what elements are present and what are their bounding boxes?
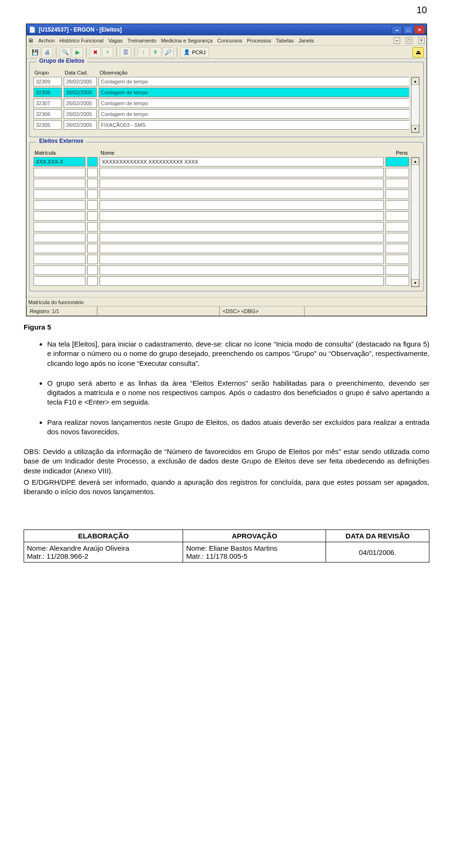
cell-pens[interactable] <box>386 276 409 286</box>
cell-pens[interactable] <box>386 255 409 264</box>
menu-tabelas[interactable]: Tabelas <box>276 38 294 43</box>
cell-nome[interactable] <box>100 211 384 221</box>
window-maximize-button[interactable]: □ <box>403 25 413 34</box>
table-row[interactable] <box>34 179 409 188</box>
menu-treinamento[interactable]: Treinamento <box>127 38 156 43</box>
cell-pens[interactable] <box>386 157 409 166</box>
cell-nome[interactable] <box>100 190 384 199</box>
cell-data[interactable]: 28/02/2005 <box>64 109 97 119</box>
cell-matricula[interactable] <box>34 222 85 231</box>
cell-aux[interactable] <box>87 255 98 264</box>
cell-aux[interactable] <box>87 200 98 210</box>
table-row[interactable] <box>34 244 409 253</box>
mdi-close-button[interactable]: × <box>418 37 425 44</box>
cell-aux[interactable] <box>87 157 98 166</box>
table-row[interactable] <box>34 200 409 210</box>
cell-grupo[interactable]: 32307 <box>34 99 62 108</box>
menu-medicina[interactable]: Medicina e Segurança <box>161 38 212 43</box>
table-row[interactable]: 3230628/02/2005Contagem de tempo <box>34 109 409 119</box>
table-row[interactable] <box>34 233 409 242</box>
cell-matricula[interactable] <box>34 244 85 253</box>
table-row[interactable]: 3230528/02/2005FIXAÇÃO03 - SMS <box>34 120 409 130</box>
externos-scrollbar[interactable]: ▲ ▼ <box>411 157 419 287</box>
cell-aux[interactable] <box>87 265 98 275</box>
list-icon[interactable]: ☰ <box>120 47 131 58</box>
query-enter-icon[interactable]: 🔍 <box>59 47 71 58</box>
cell-aux[interactable] <box>87 222 98 231</box>
menu-historico[interactable]: Histórico Funcional <box>59 38 104 43</box>
cell-pens[interactable] <box>386 265 409 275</box>
cell-obs[interactable]: Contagem de tempo <box>99 88 409 97</box>
cell-nome[interactable] <box>100 244 384 253</box>
cell-obs[interactable]: FIXAÇÃO03 - SMS <box>99 120 409 130</box>
table-row[interactable]: XXX.XXX-XXXXXXXXXXXXXX XXXXXXXXXX XXXX <box>34 157 409 166</box>
cell-data[interactable]: 28/02/2005 <box>64 77 97 86</box>
menu-processos[interactable]: Processos <box>247 38 271 43</box>
cell-matricula[interactable] <box>34 200 85 210</box>
cell-nome[interactable] <box>100 179 384 188</box>
table-row[interactable] <box>34 168 409 177</box>
cell-nome[interactable] <box>100 265 384 275</box>
table-row[interactable] <box>34 265 409 275</box>
cell-nome[interactable] <box>100 276 384 286</box>
cell-aux[interactable] <box>87 168 98 177</box>
table-row[interactable]: 3230728/02/2005Contagem de tempo <box>34 99 409 108</box>
scroll-track[interactable] <box>411 85 419 125</box>
cell-data[interactable]: 28/02/2005 <box>64 99 97 108</box>
table-row[interactable]: 3230828/02/2005Contagem de tempo <box>34 88 409 97</box>
cell-nome[interactable] <box>100 255 384 264</box>
scroll-up-icon[interactable]: ▲ <box>411 157 419 165</box>
cell-matricula[interactable] <box>34 255 85 264</box>
cell-data[interactable]: 28/02/2005 <box>64 120 97 130</box>
table-row[interactable] <box>34 211 409 221</box>
cell-matricula[interactable] <box>34 265 85 275</box>
cell-nome[interactable] <box>100 222 384 231</box>
cell-matricula[interactable] <box>34 233 85 242</box>
cell-matricula[interactable] <box>34 179 85 188</box>
cell-aux[interactable] <box>87 244 98 253</box>
cell-nome[interactable]: XXXXXXXXXXXXX XXXXXXXXXX XXXX <box>100 157 384 166</box>
table-row[interactable] <box>34 276 409 286</box>
cell-matricula[interactable] <box>34 190 85 199</box>
cell-obs[interactable]: Contagem de tempo <box>99 99 409 108</box>
table-row[interactable]: 3230928/02/2005Contagem de tempo <box>34 77 409 86</box>
cell-nome[interactable] <box>100 200 384 210</box>
filter-icon[interactable]: ⛛ <box>150 47 161 58</box>
cell-grupo[interactable]: 32308 <box>34 88 62 97</box>
scroll-down-icon[interactable]: ▼ <box>411 279 419 287</box>
cell-pens[interactable] <box>386 190 409 199</box>
menu-concursos[interactable]: Concursos <box>218 38 243 43</box>
sort-icon[interactable]: ↕ <box>138 47 149 58</box>
cell-pens[interactable] <box>386 233 409 242</box>
scroll-up-icon[interactable]: ▲ <box>411 77 419 85</box>
cell-pens[interactable] <box>386 211 409 221</box>
mdi-restore-button[interactable]: □ <box>406 37 412 44</box>
window-close-button[interactable]: × <box>414 25 425 34</box>
cell-matricula[interactable]: XXX.XXX-X <box>34 157 85 166</box>
mdi-minimize-button[interactable]: ‒ <box>394 37 400 44</box>
cell-matricula[interactable] <box>34 276 85 286</box>
menu-vagas[interactable]: Vagas <box>108 38 122 43</box>
delete-icon[interactable]: ✖ <box>90 47 101 58</box>
query-execute-icon[interactable]: ▶ <box>72 47 83 58</box>
cell-aux[interactable] <box>87 233 98 242</box>
cell-pens[interactable] <box>386 244 409 253</box>
print-icon[interactable]: 🖨 <box>42 47 53 58</box>
cell-aux[interactable] <box>87 190 98 199</box>
cell-pens[interactable] <box>386 222 409 231</box>
cell-data[interactable]: 28/02/2005 <box>64 88 97 97</box>
menu-archon[interactable]: Archon <box>38 38 55 43</box>
cell-matricula[interactable] <box>34 211 85 221</box>
cell-matricula[interactable] <box>34 168 85 177</box>
cell-pens[interactable] <box>386 168 409 177</box>
table-row[interactable] <box>34 222 409 231</box>
titlebar[interactable]: 📄 [U1524537] - ERGON - [Eleitos] ‒ □ × <box>26 24 427 35</box>
cell-nome[interactable] <box>100 233 384 242</box>
cell-aux[interactable] <box>87 211 98 221</box>
cell-grupo[interactable]: 32305 <box>34 120 62 130</box>
toolbar-org-label[interactable]: 👤 PCRJ <box>180 47 209 58</box>
cell-obs[interactable]: Contagem de tempo <box>99 109 409 119</box>
menu-janela[interactable]: Janela <box>298 38 313 43</box>
cell-pens[interactable] <box>386 179 409 188</box>
grupo-scrollbar[interactable]: ▲ ▼ <box>411 77 419 133</box>
